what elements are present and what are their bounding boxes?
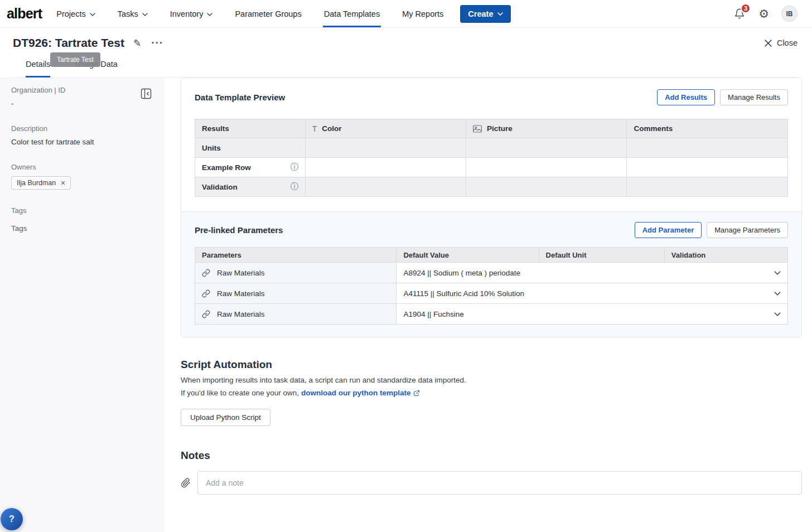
organization-id-value: - (11, 99, 65, 108)
parameter-name-cell[interactable]: Raw Materials (195, 263, 397, 283)
validation-picture-cell[interactable] (466, 177, 627, 197)
manage-results-button[interactable]: Manage Results (720, 89, 788, 105)
example-comments-cell[interactable] (627, 158, 788, 177)
default-value-col-label: Default Value (403, 251, 449, 259)
parameters-table: Parameters Default Value Default Unit Va… (195, 247, 788, 325)
notifications-button[interactable]: 3 (733, 7, 746, 21)
default-unit-col-label: Default Unit (546, 251, 587, 259)
main-nav: Projects Tasks Inventory Parameter Group… (56, 0, 443, 27)
upload-python-script-button[interactable]: Upload Python Script (181, 409, 270, 426)
validation-color-cell[interactable] (305, 177, 466, 197)
pre-linked-parameters-section: Pre-linked Parameters Add Parameter Mana… (181, 211, 801, 337)
description-value: Color test for tartrate salt (11, 138, 153, 146)
validation-row: Validation ⓘ (195, 177, 788, 197)
more-options-icon[interactable]: ··· (151, 40, 163, 46)
default-value-select[interactable]: A41115 || Sulfuric Acid 10% Solution (397, 283, 788, 304)
nav-item-tasks[interactable]: Tasks (118, 0, 148, 27)
tags-label: Tags (11, 206, 153, 215)
app-logo[interactable]: albert (7, 6, 42, 22)
remove-owner-icon[interactable]: ✕ (60, 180, 65, 187)
nav-item-data-templates[interactable]: Data Templates (324, 0, 380, 27)
default-value-select[interactable]: A8924 || Sodium ( meta ) periodate (397, 263, 788, 283)
page-header: DT926: Tartrate Test ✎ ··· Close Tartrat… (0, 28, 812, 78)
content-area: Organization | ID - Description Color te… (0, 78, 812, 532)
link-icon (202, 289, 210, 298)
validation-col-label: Validation (671, 251, 705, 259)
tags-value[interactable]: Tags (11, 224, 153, 233)
gear-icon[interactable]: ⚙ (758, 8, 769, 20)
page-title: DT926: Tartrate Test (13, 36, 124, 50)
owner-chip[interactable]: Ilja Burdman ✕ (11, 176, 71, 190)
nav-item-label: Projects (56, 9, 85, 18)
picture-icon (473, 125, 482, 133)
validation-comments-cell[interactable] (627, 177, 788, 197)
paperclip-icon[interactable] (181, 477, 191, 489)
text-type-icon: T (312, 124, 317, 133)
info-icon[interactable]: ⓘ (291, 162, 298, 172)
chevron-down-icon (207, 13, 212, 16)
parameter-row: Raw Materials A1904 || Fuchsine (195, 304, 788, 325)
nav-item-label: Parameter Groups (235, 9, 301, 18)
units-row-label: Units (202, 144, 221, 152)
nav-item-inventory[interactable]: Inventory (170, 0, 213, 27)
validation-col-header: Validation (664, 248, 787, 263)
units-comments-cell[interactable] (627, 138, 788, 158)
tab-bar: Details Usage Data (13, 50, 798, 78)
script-automation-title: Script Automation (181, 359, 802, 371)
avatar[interactable]: IB (781, 6, 798, 22)
results-col-header: Results (195, 119, 306, 138)
preview-title: Data Template Preview (195, 93, 285, 102)
default-value-select[interactable]: A1904 || Fuchsine (397, 304, 788, 325)
add-results-button[interactable]: Add Results (657, 89, 715, 105)
add-parameter-button[interactable]: Add Parameter (635, 222, 702, 238)
close-button[interactable]: Close (765, 38, 798, 47)
download-link-label: download our python template (301, 389, 411, 398)
info-icon[interactable]: ⓘ (291, 182, 298, 192)
nav-item-my-reports[interactable]: My Reports (402, 0, 443, 27)
owners-label: Owners (11, 163, 153, 171)
edit-title-icon[interactable]: ✎ (133, 37, 141, 49)
title-row: DT926: Tartrate Test ✎ ··· Close (13, 36, 798, 50)
details-sidebar: Organization | ID - Description Color te… (0, 78, 164, 532)
data-template-preview-section: Data Template Preview Add Results Manage… (181, 78, 801, 211)
parameter-row: Raw Materials A8924 || Sodium ( meta ) p… (195, 263, 788, 283)
script-automation-line-2-text: If you'd like to create one your own, (181, 389, 299, 397)
nav-item-label: Data Templates (324, 9, 380, 18)
close-label: Close (777, 38, 798, 47)
owners-section: Owners Ilja Burdman ✕ (11, 163, 153, 190)
example-picture-cell[interactable] (466, 158, 627, 177)
example-color-cell[interactable] (305, 158, 466, 177)
organization-row: Organization | ID - (11, 86, 153, 108)
chevron-down-icon (774, 312, 781, 316)
link-icon (202, 269, 210, 277)
units-color-cell[interactable] (305, 138, 466, 158)
help-button[interactable]: ? (1, 508, 23, 530)
description-label: Description (11, 124, 153, 133)
parameter-name-cell[interactable]: Raw Materials (195, 283, 397, 304)
note-input[interactable] (197, 471, 802, 495)
tab-details[interactable]: Details (26, 60, 50, 78)
default-value-col-header: Default Value (397, 248, 539, 263)
chevron-down-icon (497, 12, 503, 16)
example-row-label-cell: Example Row ⓘ (195, 158, 306, 177)
notification-badge: 3 (741, 3, 751, 13)
picture-col-header: Picture (466, 119, 627, 138)
units-row: Units (195, 138, 788, 158)
nav-item-projects[interactable]: Projects (56, 0, 95, 27)
nav-item-parameter-groups[interactable]: Parameter Groups (235, 0, 301, 27)
nav-item-label: My Reports (402, 9, 443, 18)
create-button-label: Create (468, 9, 493, 18)
manage-parameters-button[interactable]: Manage Parameters (707, 222, 788, 238)
picture-col-label: Picture (487, 124, 513, 133)
validation-row-label: Validation (202, 183, 238, 191)
nav-item-label: Tasks (118, 9, 138, 18)
title-tooltip: Tartrate Test (50, 52, 100, 67)
note-row (181, 471, 802, 495)
create-button[interactable]: Create (460, 5, 511, 23)
parameters-title: Pre-linked Parameters (195, 225, 283, 235)
units-picture-cell[interactable] (466, 138, 627, 158)
download-python-template-link[interactable]: download our python template (301, 389, 420, 398)
parameter-name-cell[interactable]: Raw Materials (195, 304, 397, 325)
chevron-down-icon (774, 292, 781, 296)
collapse-sidebar-button[interactable] (139, 87, 153, 102)
